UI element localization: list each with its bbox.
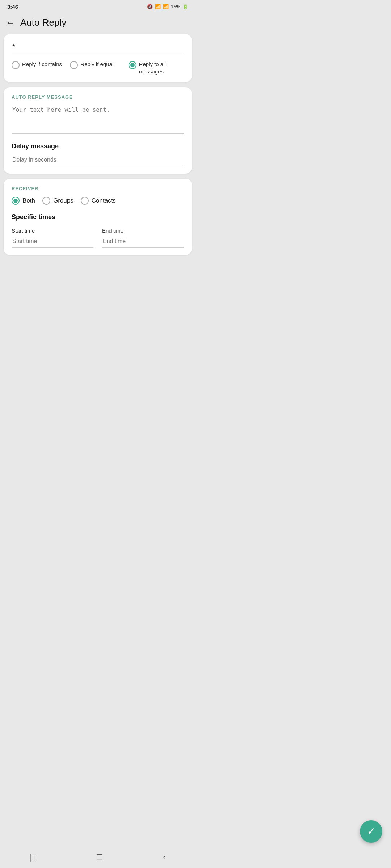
radio-label-both: Both xyxy=(22,197,35,204)
radio-circle-contacts xyxy=(81,197,89,205)
radio-label-equal: Reply if equal xyxy=(80,61,113,68)
radio-circle-all xyxy=(129,61,136,69)
page-title: Auto Reply xyxy=(20,17,66,28)
battery-level: 15% xyxy=(171,4,180,9)
radio-circle-equal xyxy=(70,61,78,69)
auto-reply-message-input[interactable] xyxy=(12,105,184,134)
header: ← Auto Reply xyxy=(0,12,196,34)
time-row: Start time End time xyxy=(12,227,184,248)
radio-circle-both xyxy=(12,197,20,205)
mute-icon: 🔇 xyxy=(147,4,153,9)
end-time-label: End time xyxy=(102,227,184,234)
delay-input[interactable] xyxy=(12,155,184,166)
auto-reply-message-card: AUTO REPLY MESSAGE Delay message xyxy=(4,87,192,174)
start-time-input[interactable] xyxy=(12,237,93,248)
auto-reply-section-title: AUTO REPLY MESSAGE xyxy=(12,94,184,100)
radio-label-contacts: Contacts xyxy=(92,197,116,204)
battery-icon: 🔋 xyxy=(182,4,188,9)
signal-icon: 📶 xyxy=(163,4,169,9)
radio-contacts[interactable]: Contacts xyxy=(81,196,116,205)
status-time: 3:46 xyxy=(7,4,18,10)
end-time-input[interactable] xyxy=(102,237,184,248)
back-button[interactable]: ← xyxy=(6,18,14,28)
radio-reply-to-all[interactable]: Reply to all messages xyxy=(129,61,184,75)
radio-both[interactable]: Both xyxy=(12,196,35,205)
receiver-card: RECEIVER Both Groups Contacts Specific t… xyxy=(4,179,192,255)
receiver-radio-group: Both Groups Contacts xyxy=(12,196,184,205)
delay-label: Delay message xyxy=(12,142,184,150)
wifi-icon: 📶 xyxy=(155,4,161,9)
radio-circle-contains xyxy=(12,61,20,69)
start-time-col: Start time xyxy=(12,227,93,248)
keyword-card: Reply if contains Reply if equal Reply t… xyxy=(4,34,192,82)
status-bar: 3:46 🔇 📶 📶 15% 🔋 xyxy=(0,0,196,12)
keyword-input[interactable] xyxy=(12,41,184,54)
radio-label-contains: Reply if contains xyxy=(22,61,62,68)
status-icons: 🔇 📶 📶 15% 🔋 xyxy=(147,4,188,9)
receiver-section-title: RECEIVER xyxy=(12,186,184,191)
radio-label-groups: Groups xyxy=(53,197,73,204)
radio-groups[interactable]: Groups xyxy=(42,196,73,205)
radio-circle-groups xyxy=(42,197,50,205)
radio-reply-if-contains[interactable]: Reply if contains xyxy=(12,61,67,69)
radio-label-all: Reply to all messages xyxy=(139,61,184,75)
specific-times-label: Specific times xyxy=(12,213,184,221)
reply-type-radio-group: Reply if contains Reply if equal Reply t… xyxy=(12,61,184,75)
end-time-col: End time xyxy=(102,227,184,248)
radio-reply-if-equal[interactable]: Reply if equal xyxy=(70,61,125,69)
start-time-label: Start time xyxy=(12,227,93,234)
